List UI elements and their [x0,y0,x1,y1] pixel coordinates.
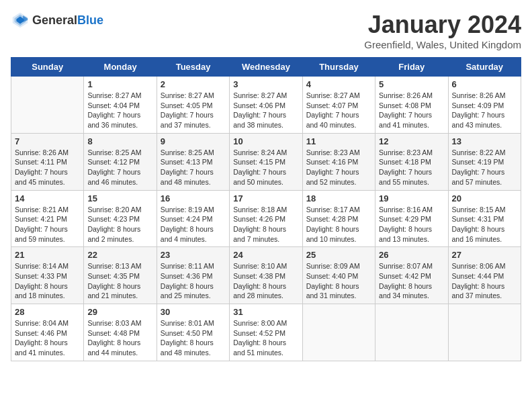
empty-cell [448,304,521,361]
calendar-day-cell: 27Sunrise: 8:06 AMSunset: 4:44 PMDayligh… [448,247,521,304]
column-header-wednesday: Wednesday [230,58,302,77]
calendar-day-cell: 7Sunrise: 8:26 AMSunset: 4:11 PMDaylight… [11,133,84,190]
day-number: 28 [15,307,80,317]
day-info: Sunrise: 8:20 AMSunset: 4:23 PMDaylight:… [87,205,152,244]
logo-general-text: General [32,13,77,27]
calendar-day-cell: 6Sunrise: 8:26 AMSunset: 4:09 PMDaylight… [448,77,521,134]
calendar-day-cell: 24Sunrise: 8:10 AMSunset: 4:38 PMDayligh… [230,247,302,304]
calendar-subtitle: Greenfield, Wales, United Kingdom [364,39,521,50]
calendar-day-cell: 31Sunrise: 8:00 AMSunset: 4:52 PMDayligh… [230,304,302,361]
day-number: 23 [161,250,226,260]
calendar-day-cell: 19Sunrise: 8:16 AMSunset: 4:29 PMDayligh… [375,190,448,247]
day-number: 5 [379,79,444,89]
day-number: 15 [87,193,152,203]
day-number: 9 [161,136,226,146]
calendar-day-cell: 23Sunrise: 8:11 AMSunset: 4:36 PMDayligh… [157,247,229,304]
day-number: 16 [161,193,226,203]
day-info: Sunrise: 8:17 AMSunset: 4:28 PMDaylight:… [306,205,371,244]
column-header-friday: Friday [375,58,448,77]
day-number: 19 [379,193,444,203]
calendar-day-cell: 9Sunrise: 8:25 AMSunset: 4:13 PMDaylight… [157,133,229,190]
day-info: Sunrise: 8:10 AMSunset: 4:38 PMDaylight:… [233,261,298,301]
page-header: GeneralBlue January 2024 Greenfield, Wal… [11,11,521,50]
day-number: 21 [15,250,80,260]
calendar-day-cell: 20Sunrise: 8:15 AMSunset: 4:31 PMDayligh… [448,190,521,247]
day-info: Sunrise: 8:26 AMSunset: 4:08 PMDaylight:… [379,91,444,130]
calendar-day-cell: 8Sunrise: 8:25 AMSunset: 4:12 PMDaylight… [84,133,157,190]
calendar-day-cell: 10Sunrise: 8:24 AMSunset: 4:15 PMDayligh… [230,133,302,190]
calendar-day-cell: 12Sunrise: 8:23 AMSunset: 4:18 PMDayligh… [375,133,448,190]
day-number: 6 [452,79,517,89]
calendar-day-cell: 16Sunrise: 8:19 AMSunset: 4:24 PMDayligh… [157,190,229,247]
day-info: Sunrise: 8:27 AMSunset: 4:05 PMDaylight:… [161,91,226,130]
day-info: Sunrise: 8:06 AMSunset: 4:44 PMDaylight:… [452,261,517,301]
calendar-week-row: 7Sunrise: 8:26 AMSunset: 4:11 PMDaylight… [11,133,521,190]
day-info: Sunrise: 8:16 AMSunset: 4:29 PMDaylight:… [379,205,444,244]
day-info: Sunrise: 8:25 AMSunset: 4:13 PMDaylight:… [161,148,226,187]
calendar-day-cell: 15Sunrise: 8:20 AMSunset: 4:23 PMDayligh… [84,190,157,247]
day-info: Sunrise: 8:19 AMSunset: 4:24 PMDaylight:… [161,205,226,244]
day-number: 3 [233,79,298,89]
column-header-thursday: Thursday [302,58,375,77]
calendar-day-cell: 5Sunrise: 8:26 AMSunset: 4:08 PMDaylight… [375,77,448,134]
calendar-table: SundayMondayTuesdayWednesdayThursdayFrid… [11,57,521,361]
day-info: Sunrise: 8:11 AMSunset: 4:36 PMDaylight:… [161,261,226,301]
calendar-day-cell: 30Sunrise: 8:01 AMSunset: 4:50 PMDayligh… [157,304,229,361]
calendar-title: January 2024 [364,11,521,39]
day-number: 27 [452,250,517,260]
calendar-day-cell: 22Sunrise: 8:13 AMSunset: 4:35 PMDayligh… [84,247,157,304]
calendar-day-cell: 1Sunrise: 8:27 AMSunset: 4:04 PMDaylight… [84,77,157,134]
day-info: Sunrise: 8:26 AMSunset: 4:11 PMDaylight:… [15,148,80,187]
calendar-day-cell: 21Sunrise: 8:14 AMSunset: 4:33 PMDayligh… [11,247,84,304]
day-number: 1 [87,79,152,89]
day-info: Sunrise: 8:23 AMSunset: 4:18 PMDaylight:… [379,148,444,187]
day-number: 13 [452,136,517,146]
column-header-sunday: Sunday [11,58,84,77]
day-info: Sunrise: 8:15 AMSunset: 4:31 PMDaylight:… [452,205,517,244]
day-number: 2 [161,79,226,89]
calendar-day-cell: 28Sunrise: 8:04 AMSunset: 4:46 PMDayligh… [11,304,84,361]
day-number: 25 [306,250,371,260]
day-number: 7 [15,136,80,146]
day-number: 26 [379,250,444,260]
day-number: 12 [379,136,444,146]
column-header-tuesday: Tuesday [157,58,229,77]
day-info: Sunrise: 8:01 AMSunset: 4:50 PMDaylight:… [161,318,226,358]
calendar-day-cell: 4Sunrise: 8:27 AMSunset: 4:07 PMDaylight… [302,77,375,134]
day-info: Sunrise: 8:13 AMSunset: 4:35 PMDaylight:… [87,261,152,301]
day-info: Sunrise: 8:07 AMSunset: 4:42 PMDaylight:… [379,261,444,301]
calendar-day-cell: 26Sunrise: 8:07 AMSunset: 4:42 PMDayligh… [375,247,448,304]
day-info: Sunrise: 8:27 AMSunset: 4:04 PMDaylight:… [87,91,152,130]
logo: GeneralBlue [11,11,103,30]
day-info: Sunrise: 8:27 AMSunset: 4:06 PMDaylight:… [233,91,298,130]
empty-cell [302,304,375,361]
day-number: 8 [87,136,152,146]
day-number: 24 [233,250,298,260]
day-number: 4 [306,79,371,89]
day-number: 11 [306,136,371,146]
day-info: Sunrise: 8:18 AMSunset: 4:26 PMDaylight:… [233,205,298,244]
calendar-day-cell: 17Sunrise: 8:18 AMSunset: 4:26 PMDayligh… [230,190,302,247]
day-info: Sunrise: 8:25 AMSunset: 4:12 PMDaylight:… [87,148,152,187]
calendar-day-cell: 13Sunrise: 8:22 AMSunset: 4:19 PMDayligh… [448,133,521,190]
day-number: 14 [15,193,80,203]
calendar-day-cell: 3Sunrise: 8:27 AMSunset: 4:06 PMDaylight… [230,77,302,134]
empty-cell [11,77,84,134]
day-info: Sunrise: 8:24 AMSunset: 4:15 PMDaylight:… [233,148,298,187]
day-number: 22 [87,250,152,260]
calendar-day-cell: 18Sunrise: 8:17 AMSunset: 4:28 PMDayligh… [302,190,375,247]
day-info: Sunrise: 8:14 AMSunset: 4:33 PMDaylight:… [15,261,80,301]
day-number: 29 [87,307,152,317]
day-number: 10 [233,136,298,146]
day-info: Sunrise: 8:09 AMSunset: 4:40 PMDaylight:… [306,261,371,301]
calendar-week-row: 1Sunrise: 8:27 AMSunset: 4:04 PMDaylight… [11,77,521,134]
day-number: 31 [233,307,298,317]
day-info: Sunrise: 8:22 AMSunset: 4:19 PMDaylight:… [452,148,517,187]
column-header-monday: Monday [84,58,157,77]
logo-blue-text: Blue [77,13,103,27]
calendar-day-cell: 25Sunrise: 8:09 AMSunset: 4:40 PMDayligh… [302,247,375,304]
day-number: 18 [306,193,371,203]
day-number: 30 [161,307,226,317]
empty-cell [375,304,448,361]
day-number: 17 [233,193,298,203]
